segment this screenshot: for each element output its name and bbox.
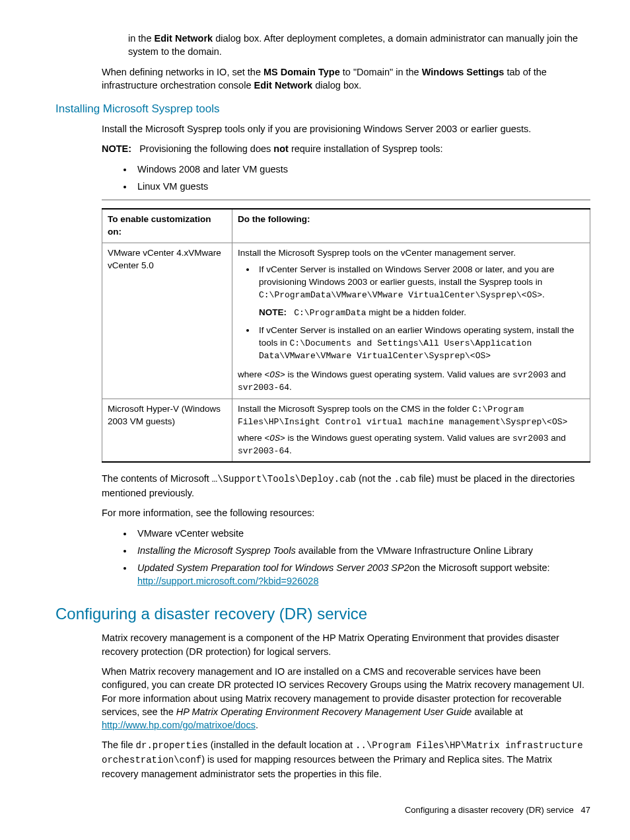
t: Edit Network [155,33,213,44]
t: is the Windows guest operating system. V… [285,369,512,379]
t: in the [128,33,155,44]
code: dr.properties [136,740,208,751]
t: Install the Microsoft Sysprep tools on t… [238,403,584,428]
t: When defining networks in IO, set the [102,67,263,77]
list-item: Updated System Preparation tool for Wind… [133,561,590,588]
resource-list: VMware vCenter website Installing the Mi… [55,527,590,588]
t: (not the [356,473,394,484]
t: where [238,369,265,379]
code: C:\Documents and Settings\All Users\Appl… [259,338,532,361]
th: Do the following: [232,209,590,243]
code: C:\ProgramData [294,308,366,318]
code: C:\ProgramData\VMware\VMware VirtualCent… [259,290,542,300]
list-item: Linux VM guests [133,180,590,193]
t: Install the Microsoft Sysprep tools on t… [238,247,584,260]
t: Install the Microsoft Sysprep tools on t… [238,404,472,414]
list-item: If vCenter Server is installed on Window… [256,264,584,319]
sysprep-table-wrap: To enable customization on: Do the follo… [102,200,590,463]
page-number: 47 [581,805,590,815]
t: and [549,433,566,443]
code: svr2003 [512,370,549,380]
heading-dr: Configuring a disaster recovery (DR) ser… [55,603,590,625]
table-row: VMware vCenter 4.xVMware vCenter 5.0 Ins… [102,243,590,399]
list-item: Installing the Microsoft Sysprep Tools a… [133,544,590,557]
footer-text: Configuring a disaster recovery (DR) ser… [405,805,574,815]
t: . [289,445,292,455]
t: Updated System Preparation tool for Wind… [137,562,409,573]
td: Microsoft Hyper-V (Windows 2003 VM guest… [102,399,232,462]
note-label: NOTE: [259,307,287,317]
sysprep-p1: Install the Microsoft Sysprep tools only… [102,122,590,135]
page-footer: Configuring a disaster recovery (DR) ser… [55,804,590,816]
code: svr2003-64 [238,446,289,456]
list-item: VMware vCenter website [133,527,590,540]
inline-note: NOTE: C:\ProgramData might be a hidden f… [259,307,584,319]
code: <OS> [265,370,285,380]
t: . [289,382,292,392]
t: on the Microsoft support website: [409,562,550,573]
t: is the Windows guest operating system. V… [285,433,512,443]
t: to "Domain" in the [340,67,422,77]
hp-docs-link[interactable]: http://www.hp.com/go/matrixoe/docs [102,720,256,730]
t: . [256,720,258,730]
t: not [273,143,289,154]
t: If vCenter Server is installed on Window… [259,264,554,287]
where-line: where <OS> is the Windows guest operatin… [238,369,584,394]
t: . [542,289,545,299]
td: Install the Microsoft Sysprep tools on t… [232,399,590,462]
where-line: where <OS> is the Windows guest operatin… [238,432,584,457]
dr-p3: The file dr.properties (installed in the… [102,738,590,780]
inner-list: If vCenter Server is installed on Window… [238,264,584,362]
t: where [238,433,265,443]
sysprep-note: NOTE: Provisioning the following does no… [102,142,590,155]
t: The file [102,740,136,750]
t: available from the VMware Infrastructure… [296,545,533,556]
after-table-p2: For more information, see the following … [102,506,590,519]
dr-p1: Matrix recovery management is a componen… [102,631,590,658]
t: The contents of Microsoft [102,473,212,484]
table-row: Microsoft Hyper-V (Windows 2003 VM guest… [102,399,590,462]
list-item: Windows 2008 and later VM guests [133,163,590,176]
t: dialog box. [312,80,361,91]
sysprep-bullets: Windows 2008 and later VM guests Linux V… [55,163,590,194]
t: HP Matrix Operating Environment Recovery… [176,706,472,717]
th: To enable customization on: [102,209,232,243]
intro-p2: When defining networks in IO, set the MS… [102,65,590,93]
t: MS Domain Type [263,67,340,77]
table-header-row: To enable customization on: Do the follo… [102,209,590,243]
ms-support-link[interactable]: http://support.microsoft.com/?kbid=92602… [137,576,318,586]
after-table-p1: The contents of Microsoft …\Support\Tool… [102,472,590,500]
t: Edit Network [254,80,313,91]
t: Windows Settings [422,67,505,77]
t: Provisioning the following does [139,143,273,154]
t: require installation of Sysprep tools: [289,143,443,154]
code: <OS> [265,434,285,443]
code: .cab [394,474,417,484]
sysprep-table: To enable customization on: Do the follo… [102,208,590,463]
t: available at [472,706,522,717]
td: Install the Microsoft Sysprep tools on t… [232,243,590,399]
t: Installing the Microsoft Sysprep Tools [137,545,296,556]
t: might be a hidden folder. [366,307,466,317]
note-label: NOTE: [102,143,131,154]
code: svr2003-64 [238,383,289,393]
heading-sysprep: Installing Microsoft Sysprep tools [55,101,590,117]
t: and [549,369,566,379]
code: svr2003 [512,434,549,443]
t: (installed in the default location at [208,740,355,750]
list-item: If vCenter Server is installed on an ear… [256,325,584,362]
dr-p2: When Matrix recovery management and IO a… [102,665,590,732]
code: …\Support\Tools\Deploy.cab [212,474,356,484]
intro-p1: in the Edit Network dialog box. After de… [128,32,590,59]
td: VMware vCenter 4.xVMware vCenter 5.0 [102,243,232,399]
